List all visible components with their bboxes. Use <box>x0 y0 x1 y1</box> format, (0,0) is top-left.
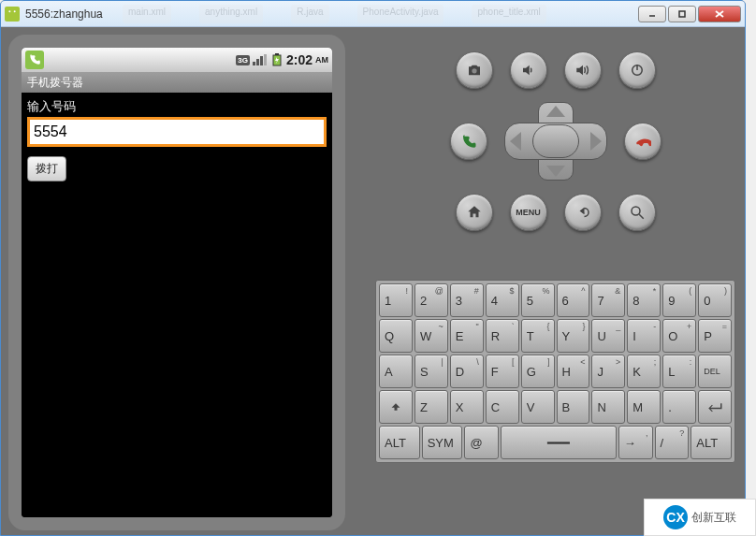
key-o[interactable]: O+ <box>662 319 696 353</box>
android-status-bar: 3G 2:02 AM <box>22 48 332 72</box>
network-3g-icon: 3G <box>236 55 250 65</box>
key-0[interactable]: 0) <box>698 283 732 317</box>
key-i[interactable]: I- <box>627 319 661 353</box>
watermark: CX 创新互联 <box>644 499 756 536</box>
key-sym[interactable]: SYM <box>422 426 463 459</box>
key-x[interactable]: X <box>450 390 484 424</box>
svg-rect-0 <box>5 7 20 22</box>
key-a[interactable]: A <box>379 355 413 388</box>
key-@[interactable]: @ <box>464 426 499 459</box>
home-button[interactable] <box>456 194 493 231</box>
key-9[interactable]: 9( <box>662 283 696 317</box>
menu-button[interactable]: MENU <box>510 194 547 231</box>
signal-bars-icon <box>253 54 268 65</box>
hangup-button[interactable] <box>624 123 662 160</box>
call-button[interactable] <box>450 123 487 160</box>
svg-rect-10 <box>264 54 267 65</box>
key-space[interactable]: ━━━ <box>501 426 617 459</box>
hardware-keyboard: 1!2@3#4$5%6^7&8*9(0) QW~E"R`T{Y}U_I-O+P=… <box>375 280 735 463</box>
key-r[interactable]: R` <box>486 319 519 353</box>
key-↵[interactable] <box>698 390 732 424</box>
close-button[interactable] <box>698 6 741 22</box>
key-e[interactable]: E" <box>450 319 484 353</box>
svg-line-17 <box>639 214 644 219</box>
status-time: 2:02 <box>286 52 313 67</box>
dpad[interactable] <box>504 102 607 181</box>
svg-rect-4 <box>679 11 685 17</box>
key-1[interactable]: 1! <box>379 283 413 317</box>
phone-number-input[interactable] <box>27 117 327 147</box>
key-.[interactable]: . <box>662 390 696 424</box>
watermark-logo-icon: CX <box>663 505 688 529</box>
window-titlebar: 5556:zhanghua main.xmlanything.xmlR.java… <box>1 1 745 27</box>
input-label: 输入号码 <box>27 98 327 115</box>
key-2[interactable]: 2@ <box>414 283 448 317</box>
key-c[interactable]: C <box>486 390 519 424</box>
key-⇧[interactable] <box>379 390 413 424</box>
key-/[interactable]: /? <box>655 426 690 459</box>
dpad-down[interactable] <box>546 166 565 177</box>
key-v[interactable]: V <box>521 390 555 424</box>
key-alt[interactable]: ALT <box>691 426 732 459</box>
key-3[interactable]: 3# <box>450 283 484 317</box>
key-j[interactable]: J> <box>591 355 625 388</box>
dpad-left[interactable] <box>510 132 521 151</box>
key-h[interactable]: H< <box>557 355 590 388</box>
search-button[interactable] <box>618 194 656 231</box>
key-5[interactable]: 5% <box>521 283 555 317</box>
svg-point-16 <box>632 207 640 215</box>
status-ampm: AM <box>315 55 328 65</box>
key-6[interactable]: 6^ <box>557 283 590 317</box>
svg-point-13 <box>472 68 476 73</box>
key-t[interactable]: T{ <box>521 319 555 353</box>
key-w[interactable]: W~ <box>414 319 448 353</box>
svg-rect-7 <box>253 62 255 65</box>
svg-point-2 <box>14 10 16 12</box>
key-g[interactable]: G] <box>521 355 555 388</box>
key-n[interactable]: N <box>591 390 625 424</box>
camera-button[interactable] <box>456 51 493 89</box>
volume-down-button[interactable] <box>510 51 547 89</box>
battery-charging-icon <box>270 53 284 66</box>
key-l[interactable]: L: <box>662 355 696 388</box>
key-b[interactable]: B <box>557 390 590 424</box>
android-icon <box>5 7 20 22</box>
key-y[interactable]: Y} <box>557 319 590 353</box>
key-→[interactable]: →, <box>618 426 653 459</box>
dial-button[interactable]: 拨打 <box>27 156 66 181</box>
key-k[interactable]: K; <box>627 355 661 388</box>
background-tabs: main.xmlanything.xmlR.javaPhoneActivity.… <box>123 5 647 23</box>
dpad-center[interactable] <box>532 124 579 158</box>
phone-notification-icon <box>25 51 44 69</box>
key-alt[interactable]: ALT <box>379 426 420 459</box>
key-d[interactable]: D\ <box>450 355 484 388</box>
key-del[interactable]: DEL <box>698 355 732 388</box>
app-title: 手机拨号器 <box>22 72 332 93</box>
svg-point-1 <box>8 10 10 12</box>
device-frame: 3G 2:02 AM 手机拨号器 输入号码 拨打 <box>8 35 345 530</box>
watermark-text: 创新互联 <box>691 510 736 526</box>
key-s[interactable]: S| <box>414 355 448 388</box>
key-m[interactable]: M <box>627 390 661 424</box>
power-button[interactable] <box>618 51 656 89</box>
svg-rect-12 <box>275 53 279 55</box>
key-u[interactable]: U_ <box>591 319 625 353</box>
key-q[interactable]: Q <box>379 319 413 353</box>
key-8[interactable]: 8* <box>627 283 661 317</box>
key-f[interactable]: F[ <box>486 355 519 388</box>
dpad-up[interactable] <box>546 106 565 117</box>
key-7[interactable]: 7& <box>591 283 625 317</box>
key-4[interactable]: 4$ <box>486 283 519 317</box>
key-p[interactable]: P= <box>698 319 732 353</box>
dpad-right[interactable] <box>590 132 602 151</box>
back-button[interactable] <box>564 194 602 231</box>
volume-up-button[interactable] <box>564 51 602 89</box>
key-z[interactable]: Z <box>414 390 448 424</box>
svg-rect-8 <box>256 59 259 65</box>
svg-rect-9 <box>260 56 263 65</box>
maximize-button[interactable] <box>668 6 696 22</box>
